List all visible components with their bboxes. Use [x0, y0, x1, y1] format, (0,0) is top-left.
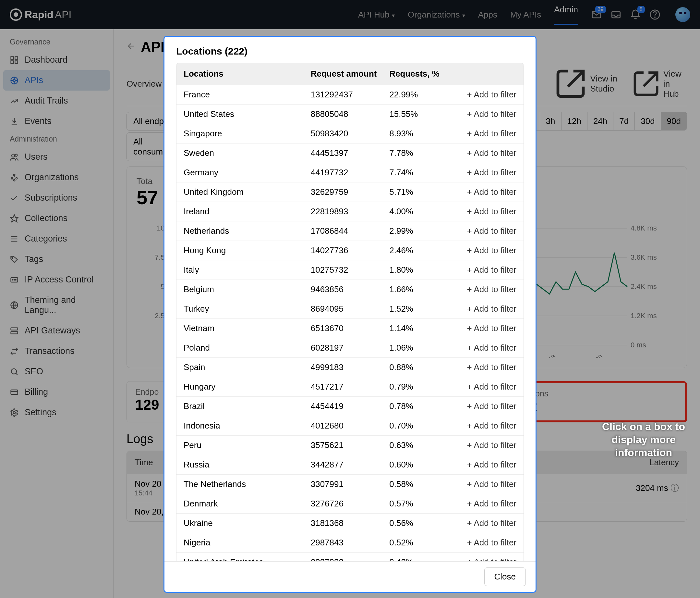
modal-row: Nigeria 2987843 0.52% + Add to filter — [176, 533, 524, 552]
modal-footer: Close — [165, 561, 535, 592]
modal-row-location: Turkey — [183, 304, 311, 314]
modal-col-request-amount: Request amount — [311, 69, 390, 79]
add-to-filter-link[interactable]: + Add to filter — [450, 421, 517, 431]
close-button[interactable]: Close — [484, 568, 526, 586]
modal-row-requests: 4012680 — [311, 421, 390, 431]
modal-row: Hungary 4517217 0.79% + Add to filter — [176, 377, 524, 397]
annotation-text: Click on a box to display more informati… — [598, 420, 689, 459]
add-to-filter-link[interactable]: + Add to filter — [450, 440, 517, 450]
modal-row-pct: 22.99% — [389, 90, 450, 100]
add-to-filter-link[interactable]: + Add to filter — [450, 401, 517, 411]
modal-row-requests: 9463856 — [311, 284, 390, 294]
modal-row-location: United Kingdom — [183, 187, 311, 197]
modal-table: Locations Request amount Requests, % Fra… — [176, 63, 524, 561]
modal-row-pct: 0.58% — [389, 479, 450, 489]
modal-row-location: Hong Kong — [183, 245, 311, 256]
add-to-filter-link[interactable]: + Add to filter — [450, 518, 517, 528]
modal-row-pct: 7.78% — [389, 148, 450, 158]
modal-row-location: Brazil — [183, 401, 311, 411]
modal-row-pct: 7.74% — [389, 168, 450, 177]
add-to-filter-link[interactable]: + Add to filter — [450, 557, 517, 561]
add-to-filter-link[interactable]: + Add to filter — [450, 148, 517, 158]
modal-row-requests: 3575621 — [311, 440, 390, 450]
add-to-filter-link[interactable]: + Add to filter — [450, 304, 517, 314]
modal-row-pct: 0.42% — [389, 557, 450, 561]
modal-row-location: Russia — [183, 460, 311, 470]
modal-row: Turkey 8694095 1.52% + Add to filter — [176, 299, 524, 318]
add-to-filter-link[interactable]: + Add to filter — [450, 265, 517, 275]
modal-row-requests: 44451397 — [311, 148, 390, 158]
modal-row-requests: 2987843 — [311, 537, 390, 548]
modal-row: Denmark 3276726 0.57% + Add to filter — [176, 494, 524, 513]
modal-row-pct: 8.93% — [389, 128, 450, 139]
modal-row-requests: 10275732 — [311, 265, 390, 275]
add-to-filter-link[interactable]: + Add to filter — [450, 168, 517, 177]
modal-row-pct: 1.66% — [389, 284, 450, 294]
add-to-filter-link[interactable]: + Add to filter — [450, 245, 517, 256]
modal-row-requests: 6028197 — [311, 343, 390, 353]
add-to-filter-link[interactable]: + Add to filter — [450, 284, 517, 294]
modal-row-pct: 5.71% — [389, 187, 450, 197]
add-to-filter-link[interactable]: + Add to filter — [450, 343, 517, 353]
modal-row-location: Spain — [183, 362, 311, 373]
modal-row: Ireland 22819893 4.00% + Add to filter — [176, 201, 524, 221]
modal-row: United Kingdom 32629759 5.71% + Add to f… — [176, 182, 524, 201]
modal-table-header: Locations Request amount Requests, % — [176, 63, 524, 85]
modal-row-requests: 6513670 — [311, 324, 390, 333]
modal-row-location: Denmark — [183, 499, 311, 509]
modal-row-pct: 2.46% — [389, 245, 450, 256]
modal-row: Germany 44197732 7.74% + Add to filter — [176, 163, 524, 182]
modal-row: Italy 10275732 1.80% + Add to filter — [176, 260, 524, 280]
locations-modal: Locations (222) Locations Request amount… — [164, 36, 536, 593]
modal-row: Netherlands 17086844 2.99% + Add to filt… — [176, 221, 524, 241]
modal-row-pct: 2.99% — [389, 226, 450, 236]
add-to-filter-link[interactable]: + Add to filter — [450, 479, 517, 489]
add-to-filter-link[interactable]: + Add to filter — [450, 187, 517, 197]
modal-row-location: United Arab Emirates — [183, 557, 311, 561]
modal-row-location: Vietnam — [183, 324, 311, 333]
modal-row: The Netherlands 3307991 0.58% + Add to f… — [176, 474, 524, 494]
modal-row-location: Indonesia — [183, 421, 311, 431]
add-to-filter-link[interactable]: + Add to filter — [450, 128, 517, 139]
modal-row: Russia 3442877 0.60% + Add to filter — [176, 455, 524, 474]
modal-row-pct: 1.80% — [389, 265, 450, 275]
add-to-filter-link[interactable]: + Add to filter — [450, 109, 517, 119]
modal-row-requests: 88805048 — [311, 109, 390, 119]
modal-row-location: Belgium — [183, 284, 311, 294]
add-to-filter-link[interactable]: + Add to filter — [450, 207, 517, 217]
modal-row-requests: 3276726 — [311, 499, 390, 509]
add-to-filter-link[interactable]: + Add to filter — [450, 460, 517, 470]
add-to-filter-link[interactable]: + Add to filter — [450, 226, 517, 236]
modal-row: Indonesia 4012680 0.70% + Add to filter — [176, 416, 524, 435]
modal-row-pct: 1.14% — [389, 324, 450, 333]
modal-row-pct: 0.56% — [389, 518, 450, 528]
modal-col-requests-pct: Requests, % — [389, 69, 450, 79]
modal-row: United Arab Emirates 2387922 0.42% + Add… — [176, 552, 524, 561]
modal-row-requests: 4517217 — [311, 382, 390, 392]
modal-row-location: Germany — [183, 168, 311, 177]
modal-row-pct: 0.52% — [389, 537, 450, 548]
modal-row-pct: 4.00% — [389, 207, 450, 217]
modal-row-pct: 0.60% — [389, 460, 450, 470]
modal-row-location: Singapore — [183, 128, 311, 139]
modal-row-location: Peru — [183, 440, 311, 450]
add-to-filter-link[interactable]: + Add to filter — [450, 324, 517, 333]
modal-col-locations: Locations — [183, 69, 311, 79]
modal-row-location: Italy — [183, 265, 311, 275]
modal-row: Ukraine 3181368 0.56% + Add to filter — [176, 513, 524, 533]
modal-row: Belgium 9463856 1.66% + Add to filter — [176, 280, 524, 299]
modal-row: United States 88805048 15.55% + Add to f… — [176, 104, 524, 124]
modal-row-pct: 0.63% — [389, 440, 450, 450]
add-to-filter-link[interactable]: + Add to filter — [450, 382, 517, 392]
modal-row-pct: 1.52% — [389, 304, 450, 314]
modal-row-location: Poland — [183, 343, 311, 353]
modal-row-location: Ukraine — [183, 518, 311, 528]
add-to-filter-link[interactable]: + Add to filter — [450, 499, 517, 509]
modal-row-requests: 3181368 — [311, 518, 390, 528]
modal-row-location: Ireland — [183, 207, 311, 217]
add-to-filter-link[interactable]: + Add to filter — [450, 537, 517, 548]
add-to-filter-link[interactable]: + Add to filter — [450, 362, 517, 373]
add-to-filter-link[interactable]: + Add to filter — [450, 90, 517, 100]
modal-row: Singapore 50983420 8.93% + Add to filter — [176, 124, 524, 143]
modal-row-requests: 14027736 — [311, 245, 390, 256]
